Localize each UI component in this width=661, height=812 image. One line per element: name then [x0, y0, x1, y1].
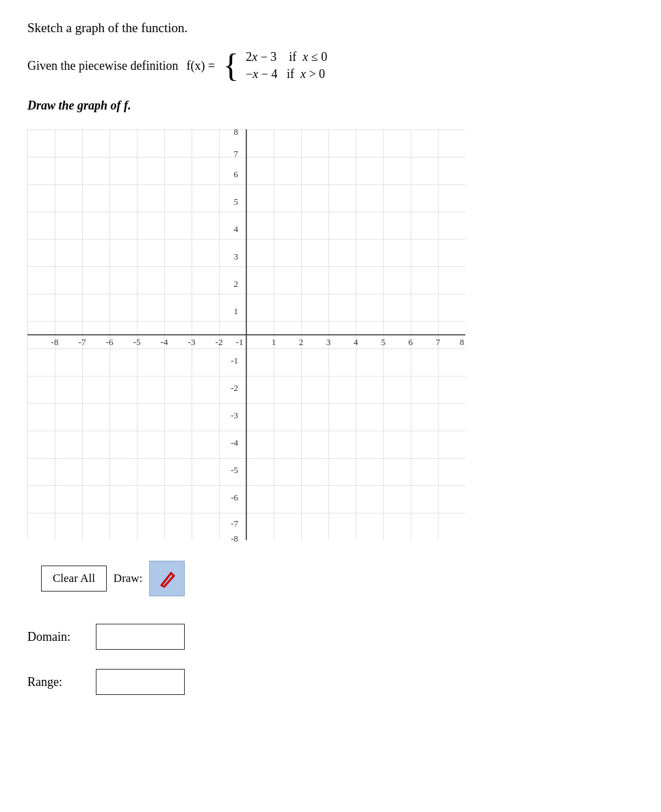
- x-label-3: 3: [326, 337, 331, 347]
- x-label-neg4: -4: [161, 337, 168, 347]
- x-label-5: 5: [381, 337, 386, 347]
- piecewise-cases: 2x − 3 if x ≤ 0 −x − 4 if x > 0: [246, 50, 327, 81]
- x-label-neg5: -5: [133, 337, 141, 347]
- x-label-neg8: -8: [51, 337, 59, 347]
- domain-input[interactable]: [96, 624, 185, 650]
- y-label-neg3: -3: [231, 410, 238, 420]
- draw-instruction: Draw the graph of f.: [27, 99, 634, 113]
- y-label-neg2: -2: [231, 383, 238, 393]
- y-label-7: 7: [234, 149, 239, 159]
- range-input[interactable]: [96, 669, 185, 695]
- case-2-expr: −x − 4 if x > 0: [246, 67, 325, 81]
- graph-area[interactable]: -8 -7 -6 -5 -4 -3 -2 -1 1 2 3 4 5 6 7 8 …: [27, 123, 634, 547]
- function-name: f(x) =: [186, 59, 215, 73]
- problem-definition: Given the piecewise definition f(x) = { …: [27, 49, 634, 82]
- controls-row: Clear All Draw:: [41, 561, 634, 596]
- x-label-neg7: -7: [79, 337, 86, 347]
- x-label-neg2: -2: [216, 337, 223, 347]
- y-label-3: 3: [234, 251, 239, 262]
- y-label-2: 2: [234, 279, 239, 289]
- case-1: 2x − 3 if x ≤ 0: [246, 50, 327, 64]
- x-label-neg6: -6: [106, 337, 114, 347]
- y-label-1: 1: [234, 306, 239, 316]
- svg-line-4: [161, 585, 164, 587]
- draw-pencil-button[interactable]: [149, 561, 185, 596]
- x-label-8: 8: [460, 337, 465, 347]
- definition-label: Given the piecewise definition: [27, 59, 178, 73]
- y-label-5: 5: [234, 196, 239, 207]
- x-label-neg3: -3: [188, 337, 196, 347]
- x-label-7: 7: [436, 337, 441, 347]
- y-label-neg8: -8: [231, 533, 238, 544]
- y-label-neg1: -1: [231, 355, 238, 366]
- x-label-neg1: -1: [236, 337, 244, 347]
- problem-title: Sketch a graph of the function.: [27, 21, 634, 36]
- y-label-4: 4: [234, 224, 239, 234]
- pencil-icon: [156, 568, 178, 589]
- coordinate-graph[interactable]: -8 -7 -6 -5 -4 -3 -2 -1 1 2 3 4 5 6 7 8 …: [27, 123, 465, 547]
- case-2: −x − 4 if x > 0: [246, 67, 327, 81]
- domain-label: Domain:: [27, 630, 89, 644]
- y-label-neg5: -5: [231, 465, 238, 475]
- brace-icon: {: [223, 49, 239, 82]
- domain-row: Domain:: [27, 624, 634, 650]
- x-label-6: 6: [409, 337, 413, 347]
- draw-f-text: f.: [124, 99, 131, 112]
- case-1-expr: 2x − 3 if x ≤ 0: [246, 50, 327, 64]
- piecewise-function: { 2x − 3 if x ≤ 0 −x − 4 if x > 0: [223, 49, 327, 82]
- x-label-1: 1: [272, 337, 276, 347]
- draw-label-text: Draw:: [114, 572, 142, 585]
- range-label: Range:: [27, 675, 89, 689]
- y-label-neg4: -4: [231, 437, 238, 448]
- x-label-4: 4: [354, 337, 359, 347]
- y-label-neg7: -7: [231, 518, 238, 529]
- y-label-6: 6: [234, 169, 239, 179]
- draw-label-text: Draw the graph of: [27, 99, 121, 112]
- clear-all-button[interactable]: Clear All: [41, 566, 107, 592]
- y-label-neg6: -6: [231, 492, 238, 503]
- range-row: Range:: [27, 669, 634, 695]
- x-label-2: 2: [299, 337, 304, 347]
- y-label-8: 8: [234, 127, 239, 137]
